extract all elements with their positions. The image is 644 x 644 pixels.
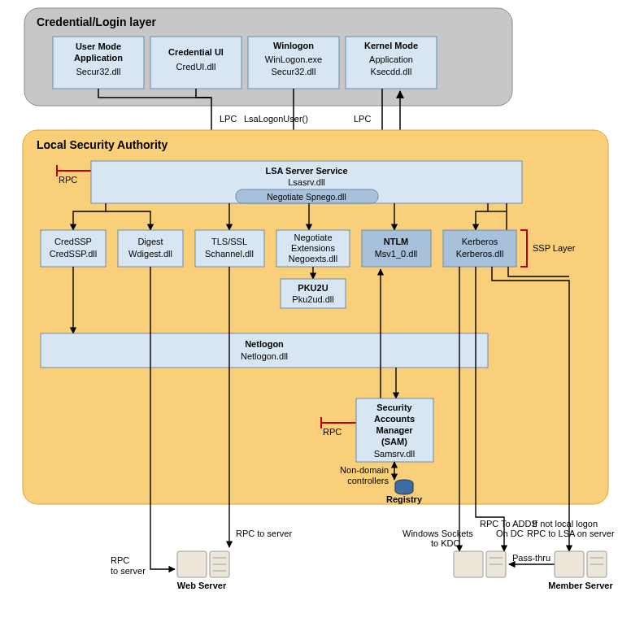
nondc1: Non-domain (340, 465, 389, 475)
box-pku2u: PKU2U Pku2ud.dll (281, 279, 346, 308)
netlogon-t: Netlogon (245, 339, 284, 349)
winlogon-sub2: Secur32.dll (271, 67, 315, 76)
box-kerberos: Kerberos Kerberos.dll (443, 230, 516, 267)
label-lpc1: LPC (220, 114, 237, 124)
passthru-label: Pass-thru (512, 553, 550, 563)
member-server-label: Member Server (548, 581, 613, 590)
box-digest: Digest Wdigest.dll (118, 230, 183, 267)
box-cred-ui: Credential UI CredUI.dll (150, 37, 242, 89)
rpc-server2a: RPC (111, 555, 129, 565)
box-credssp: CredSSP CredSSP.dll (41, 230, 106, 267)
label-lpc2: LPC (354, 114, 371, 124)
cred-ui-title: Credential UI (168, 47, 224, 57)
tls-s: Schannel.dll (205, 249, 254, 259)
box-user-mode: User Mode Application Secur32.dll (53, 37, 144, 89)
user-mode-title: User Mode (76, 41, 121, 51)
cred-ui-sub: CredUI.dll (176, 62, 216, 72)
ntlm-t: NTLM (384, 237, 409, 246)
web-server-label: Web Server (177, 581, 227, 590)
winsock2: to KDC (431, 538, 460, 548)
pku2u-s: Pku2ud.dll (292, 294, 333, 304)
nondc2: controllers (347, 476, 389, 485)
negotiate-pill: Negotiate Spnego.dll (267, 192, 346, 202)
box-netlogon: Netlogon Netlogon.dll (41, 333, 488, 368)
svg-rect-31 (555, 551, 584, 577)
winlogon-title: Winlogon (273, 41, 314, 50)
user-mode-title2: Application (74, 53, 123, 63)
kernel-sub1: Application (369, 54, 413, 64)
box-negoext: Negotiate Extensions Negoexts.dll (276, 230, 350, 267)
label-rpc1: RPC (59, 175, 77, 185)
digest-t: Digest (137, 237, 163, 246)
box-kernel-mode: Kernel Mode Application Ksecdd.dll (346, 37, 437, 89)
user-mode-sub: Secur32.dll (76, 67, 120, 76)
web-server-icon (177, 551, 229, 577)
lsa-server-title: LSA Server Service (265, 166, 347, 176)
kernel-title: Kernel Mode (364, 41, 418, 50)
box-winlogon: Winlogon WinLogon.exe Secur32.dll (248, 37, 339, 89)
credssp-t: CredSSP (54, 237, 92, 246)
rpc-adds1: RPC To ADDS (480, 519, 537, 529)
ifnot1: If not local logon (533, 519, 598, 529)
kerberos-s: Kerberos.dll (456, 249, 504, 259)
label-lsalogon: LsaLogonUser() (244, 114, 308, 124)
credential-layer-panel: Credential/Login layer User Mode Applica… (24, 8, 512, 106)
credssp-s: CredSSP.dll (50, 249, 98, 259)
lsa-panel: Local Security Authority RPC LSA Server … (23, 130, 608, 504)
svg-rect-22 (177, 551, 207, 577)
lsa-title: Local Security Authority (37, 138, 168, 151)
sam-t: Security (376, 402, 412, 412)
box-lsa-server: LSA Server Service Lsasrv.dll Negotiate … (91, 161, 522, 203)
kernel-sub2: Ksecdd.dll (371, 67, 412, 76)
sam-t3: Manager (376, 425, 413, 435)
ifnot2: RPC to LSA on server (527, 529, 615, 538)
svg-rect-27 (454, 551, 483, 577)
box-sam: Security Accounts Manager (SAM) Samsrv.d… (356, 398, 433, 462)
tls-t: TLS/SSL (211, 237, 247, 246)
rpc-server2b: to server (111, 566, 146, 576)
box-ntlm: NTLM Msv1_0.dll (362, 230, 431, 267)
kerberos-t: Kerberos (462, 237, 498, 246)
winsock1: Windows Sockets (402, 529, 473, 538)
registry-label: Registry (386, 494, 423, 504)
negoext-s: Negoexts.dll (289, 254, 338, 263)
winlogon-sub1: WinLogon.exe (265, 54, 322, 64)
rpc-server-label: RPC to server (236, 529, 292, 538)
dc-server-icon (454, 551, 506, 577)
registry-icon (395, 480, 413, 494)
digest-s: Wdigest.dll (128, 249, 172, 259)
sam-t4: (SAM) (381, 437, 407, 446)
ntlm-s: Msv1_0.dll (375, 249, 418, 259)
rpc-adds2: On DC (496, 529, 524, 538)
pku2u-t: PKU2U (298, 283, 328, 293)
member-server-icon (555, 551, 607, 577)
box-tls: TLS/SSL Schannel.dll (195, 230, 264, 267)
sam-s: Samsrv.dll (374, 449, 416, 459)
label-rpc2: RPC (323, 427, 342, 437)
netlogon-s: Netlogon.dll (241, 351, 288, 361)
negoext-t2: Extensions (291, 243, 335, 253)
lsa-server-sub: Lsasrv.dll (288, 177, 325, 187)
sam-t2: Accounts (374, 414, 415, 424)
credential-layer-title: Credential/Login layer (37, 15, 157, 28)
ssp-layer-label: SSP Layer (533, 243, 576, 253)
negoext-t: Negotiate (294, 233, 332, 242)
